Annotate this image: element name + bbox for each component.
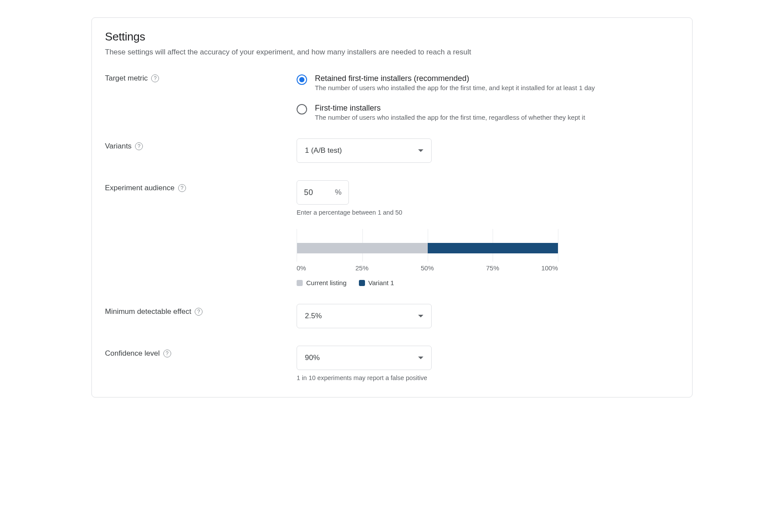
select-value: 1 (A/B test) bbox=[305, 146, 342, 155]
target-metric-label: Target metric ? bbox=[105, 74, 297, 83]
chevron-down-icon bbox=[418, 315, 423, 317]
select-value: 90% bbox=[305, 354, 320, 362]
legend-item-current: Current listing bbox=[297, 279, 347, 286]
variants-label: Variants ? bbox=[105, 138, 297, 151]
page-subtitle: These settings will affect the accuracy … bbox=[105, 48, 679, 57]
confidence-hint: 1 in 10 experiments may report a false p… bbox=[297, 374, 679, 381]
legend-item-variant: Variant 1 bbox=[359, 279, 394, 286]
chevron-down-icon bbox=[418, 149, 423, 152]
chart-track bbox=[297, 229, 558, 262]
help-icon[interactable]: ? bbox=[151, 74, 159, 82]
variants-select[interactable]: 1 (A/B test) bbox=[297, 138, 432, 163]
page-title: Settings bbox=[105, 30, 679, 44]
chart-legend: Current listing Variant 1 bbox=[297, 279, 558, 286]
mde-select[interactable]: 2.5% bbox=[297, 304, 432, 328]
axis-tick: 25% bbox=[355, 264, 368, 272]
axis-tick: 0% bbox=[297, 264, 306, 272]
chevron-down-icon bbox=[418, 357, 423, 359]
radio-icon bbox=[297, 104, 307, 114]
target-metric-radiogroup: Retained first-time installers (recommen… bbox=[297, 74, 679, 121]
axis-tick: 100% bbox=[541, 264, 558, 272]
radio-retained-installers[interactable]: Retained first-time installers (recommen… bbox=[297, 74, 679, 91]
radio-description: The number of users who installed the ap… bbox=[315, 114, 585, 121]
bar-current-listing bbox=[297, 243, 428, 253]
audience-split-chart: 0% 25% 50% 75% 100% Current listing Vari… bbox=[297, 229, 558, 286]
audience-percentage-input[interactable]: 50 % bbox=[297, 180, 349, 205]
select-value: 2.5% bbox=[305, 312, 322, 320]
radio-label: First-time installers bbox=[315, 104, 585, 113]
radio-description: The number of users who installed the ap… bbox=[315, 84, 595, 91]
help-icon[interactable]: ? bbox=[178, 184, 186, 192]
mde-label: Minimum detectable effect ? bbox=[105, 304, 297, 316]
help-icon[interactable]: ? bbox=[195, 308, 203, 316]
legend-swatch-icon bbox=[359, 280, 365, 286]
help-icon[interactable]: ? bbox=[163, 350, 171, 357]
legend-swatch-icon bbox=[297, 280, 303, 286]
confidence-select[interactable]: 90% bbox=[297, 346, 432, 370]
experiment-audience-label: Experiment audience ? bbox=[105, 180, 297, 192]
input-value: 50 bbox=[304, 188, 331, 197]
radio-icon bbox=[297, 74, 307, 85]
radio-first-time-installers[interactable]: First-time installers The number of user… bbox=[297, 104, 679, 121]
radio-label: Retained first-time installers (recommen… bbox=[315, 74, 595, 83]
settings-card: Settings These settings will affect the … bbox=[91, 17, 693, 397]
bar-variant-1 bbox=[428, 243, 558, 253]
chart-axis: 0% 25% 50% 75% 100% bbox=[297, 264, 558, 274]
confidence-label: Confidence level ? bbox=[105, 346, 297, 358]
axis-tick: 50% bbox=[421, 264, 434, 272]
audience-hint: Enter a percentage between 1 and 50 bbox=[297, 209, 679, 216]
help-icon[interactable]: ? bbox=[135, 142, 143, 150]
axis-tick: 75% bbox=[486, 264, 499, 272]
percent-unit: % bbox=[335, 188, 341, 197]
